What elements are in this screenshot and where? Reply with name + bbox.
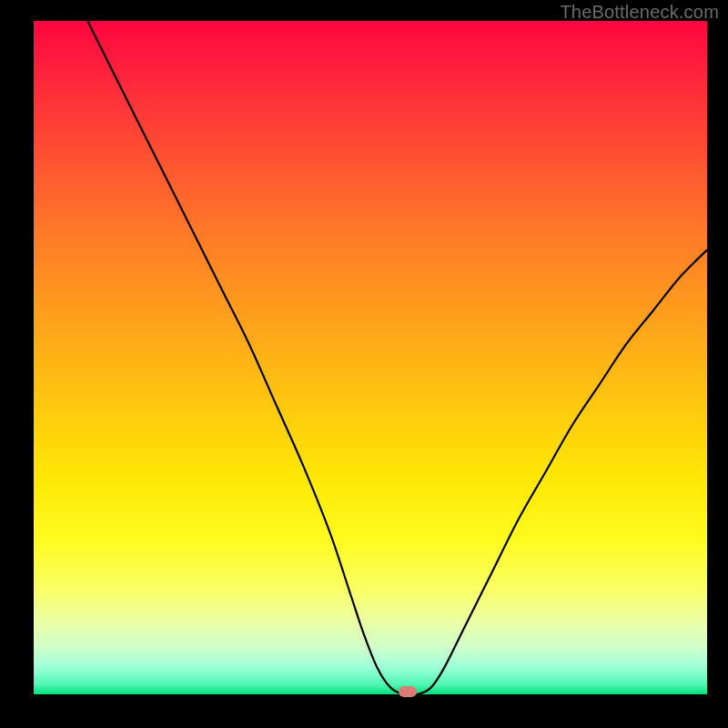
- optimum-marker: [399, 686, 417, 697]
- plot-area: [34, 21, 707, 694]
- bottleneck-curve: [34, 21, 707, 694]
- chart-frame: TheBottleneck.com: [0, 0, 728, 728]
- watermark-text: TheBottleneck.com: [560, 2, 719, 23]
